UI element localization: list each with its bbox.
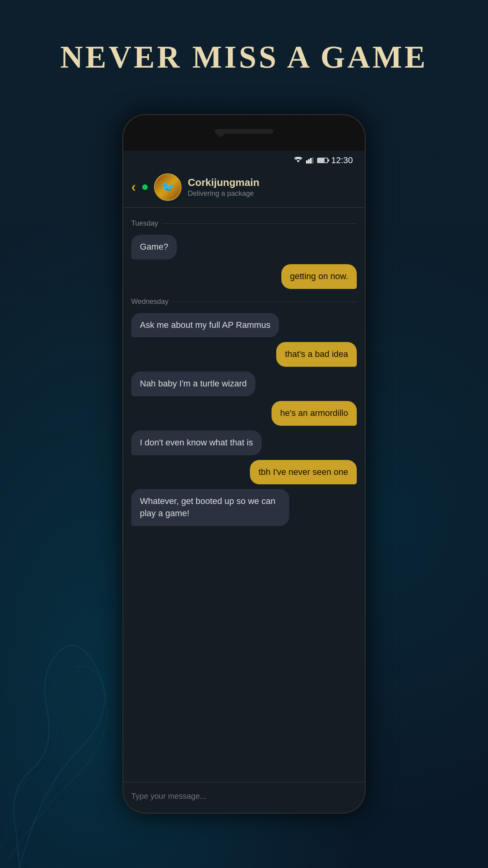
back-button[interactable]: ‹ xyxy=(131,180,136,194)
online-indicator xyxy=(142,184,148,190)
svg-marker-0 xyxy=(297,160,300,162)
message-row: tbh I've never seen one xyxy=(131,460,357,485)
chat-input-area xyxy=(123,782,365,813)
message-bubble: that's a bad idea xyxy=(276,342,357,367)
phone-frame: 12:30 ‹ 🐦 Corkijungmain Delivering a pac… xyxy=(122,114,366,814)
avatar: 🐦 xyxy=(154,173,182,201)
message-row: Nah baby I'm a turtle wizard xyxy=(131,371,357,396)
contact-info: Corkijungmain Delivering a package xyxy=(188,177,357,198)
svg-rect-3 xyxy=(310,158,312,164)
day-label-tuesday: Tuesday xyxy=(131,219,158,228)
message-row: getting on now. xyxy=(131,264,357,289)
svg-rect-2 xyxy=(308,159,310,164)
status-bar: 12:30 xyxy=(123,151,365,169)
message-bubble: tbh I've never seen one xyxy=(250,460,357,485)
message-bubble: Ask me about my full AP Rammus xyxy=(131,313,279,338)
message-row: I don't even know what that is xyxy=(131,430,357,455)
message-bubble: I don't even know what that is xyxy=(131,430,262,455)
decorative-swirl xyxy=(0,632,118,868)
signal-icon xyxy=(306,157,314,164)
message-bubble: Nah baby I'm a turtle wizard xyxy=(131,371,255,396)
message-input[interactable] xyxy=(131,788,357,805)
svg-rect-1 xyxy=(306,160,308,164)
day-divider-tuesday: Tuesday xyxy=(131,219,357,228)
chat-messages: Tuesday Game? getting on now. Wednesday … xyxy=(123,208,365,782)
speaker xyxy=(215,129,273,134)
message-row: Game? xyxy=(131,235,357,259)
divider-line xyxy=(172,302,357,302)
phone-top xyxy=(123,115,365,151)
wifi-icon xyxy=(294,157,303,164)
contact-status: Delivering a package xyxy=(188,189,357,198)
message-row: that's a bad idea xyxy=(131,342,357,367)
battery-icon xyxy=(317,158,328,163)
chat-header: ‹ 🐦 Corkijungmain Delivering a package xyxy=(123,169,365,208)
message-bubble: he's an armordillo xyxy=(272,401,357,426)
message-bubble: getting on now. xyxy=(281,264,357,289)
message-row: he's an armordillo xyxy=(131,401,357,426)
phone-screen: 12:30 ‹ 🐦 Corkijungmain Delivering a pac… xyxy=(123,151,365,813)
message-bubble: Game? xyxy=(131,235,177,259)
message-row: Ask me about my full AP Rammus xyxy=(131,313,357,338)
status-icons: 12:30 xyxy=(294,155,353,166)
contact-name: Corkijungmain xyxy=(188,177,357,189)
divider-line xyxy=(162,223,357,224)
page-title: NEVER MISS A GAME xyxy=(0,39,488,75)
day-divider-wednesday: Wednesday xyxy=(131,298,357,306)
message-row: Whatever, get booted up so we can play a… xyxy=(131,489,357,526)
message-bubble: Whatever, get booted up so we can play a… xyxy=(131,489,289,526)
svg-rect-4 xyxy=(312,157,314,164)
side-button xyxy=(365,253,366,284)
day-label-wednesday: Wednesday xyxy=(131,298,169,306)
status-time: 12:30 xyxy=(331,155,353,166)
